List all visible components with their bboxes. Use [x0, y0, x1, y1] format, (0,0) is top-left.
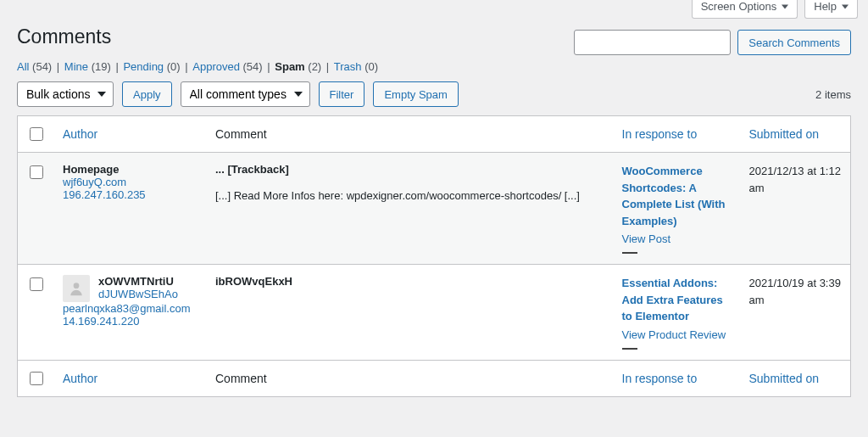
select-all-bottom[interactable] [30, 372, 43, 385]
status-filter-links: All (54) | Mine (19) | Pending (0) | App… [17, 60, 851, 73]
apply-button[interactable]: Apply [122, 81, 172, 107]
col-date-header[interactable]: Submitted on [741, 116, 851, 153]
col-date-footer[interactable]: Submitted on [741, 360, 851, 396]
comment-count-bubble [622, 252, 637, 254]
filter-spam-count: (2) [308, 60, 321, 73]
help-label: Help [814, 0, 837, 13]
author-name: xOWVMTNrtiU [98, 275, 178, 288]
help-tab[interactable]: Help [804, 0, 858, 19]
col-author-header[interactable]: Author [54, 116, 207, 153]
row-select[interactable] [30, 165, 43, 179]
row-select[interactable] [30, 277, 43, 291]
col-comment-footer: Comment [207, 360, 614, 396]
col-author-footer[interactable]: Author [54, 360, 207, 396]
author-ip[interactable]: 14.169.241.220 [63, 315, 139, 328]
submitted-date: 2021/12/13 at 1:12 am [741, 153, 851, 265]
select-all-top[interactable] [30, 127, 43, 141]
view-post-link[interactable]: View Post [622, 233, 671, 245]
filter-all-count: (54) [32, 60, 52, 73]
chevron-down-icon [782, 0, 788, 13]
avatar [63, 275, 90, 302]
comment-count-bubble [622, 348, 637, 350]
filter-mine-count: (19) [92, 60, 111, 73]
filter-trash-count: (0) [364, 60, 378, 73]
screen-options-label: Screen Options [701, 0, 777, 13]
submitted-date: 2021/10/19 at 3:39 am [741, 265, 851, 361]
filter-pending[interactable]: Pending [123, 60, 164, 73]
author-url[interactable]: wjf6uyQ.com [63, 176, 126, 188]
filter-mine[interactable]: Mine [64, 60, 88, 73]
view-post-link[interactable]: View Product Review [622, 328, 726, 341]
table-row: xOWVMTNrtiUdJUWBwSEhAopearlnqxka83@gmail… [18, 265, 851, 361]
response-post-link[interactable]: Essential Addons: Add Extra Features to … [622, 275, 732, 325]
search-input[interactable] [574, 30, 731, 55]
author-url[interactable]: dJUWBwSEhAo [98, 288, 178, 300]
filter-trash[interactable]: Trash [334, 60, 362, 73]
author-ip[interactable]: 196.247.160.235 [63, 188, 146, 201]
bulk-actions-select[interactable]: Bulk actions [17, 81, 114, 107]
col-response-header[interactable]: In response to [614, 116, 741, 153]
search-comments-button[interactable]: Search Comments [737, 30, 851, 55]
filter-spam[interactable]: Spam [275, 60, 304, 73]
filter-approved-count: (54) [243, 60, 263, 73]
item-count: 2 items [815, 88, 851, 101]
svg-point-0 [74, 283, 80, 289]
comment-title: ... [Trackback] [215, 163, 605, 176]
chevron-down-icon [842, 0, 849, 13]
comment-title: ibROWvqEkxH [215, 275, 605, 288]
filter-pending-count: (0) [167, 60, 181, 73]
filter-all[interactable]: All [17, 60, 29, 73]
col-response-footer[interactable]: In response to [614, 360, 741, 396]
author-name: Homepage [63, 163, 126, 176]
comment-types-select[interactable]: All comment types [181, 81, 310, 107]
filter-button[interactable]: Filter [319, 81, 365, 107]
col-comment-header: Comment [207, 116, 614, 153]
author-email[interactable]: pearlnqxka83@gmail.com [63, 302, 191, 315]
filter-approved[interactable]: Approved [192, 60, 240, 73]
empty-spam-button[interactable]: Empty Spam [373, 81, 458, 107]
screen-options-tab[interactable]: Screen Options [692, 0, 798, 19]
response-post-link[interactable]: WooCommerce Shortcodes: A Complete List … [622, 163, 732, 229]
table-row: Homepagewjf6uyQ.com196.247.160.235... [T… [18, 153, 851, 265]
comment-body: [...] Read More Infos here: wpdexigner.c… [215, 188, 605, 204]
